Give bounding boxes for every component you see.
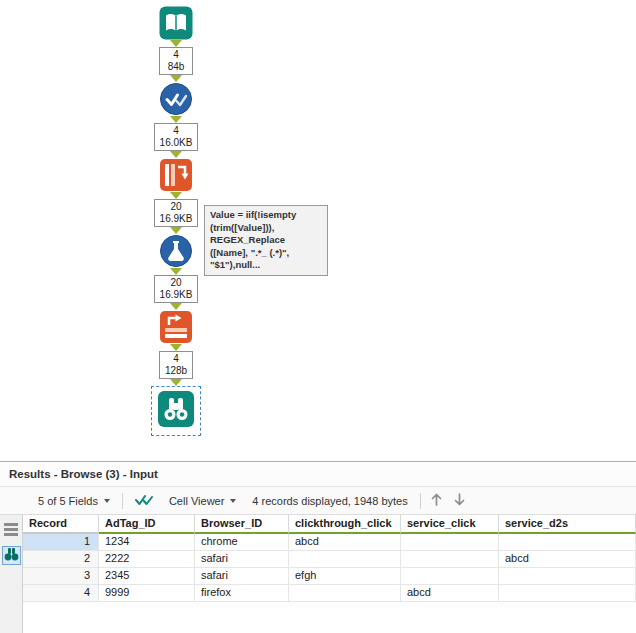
toolbar-separator bbox=[420, 493, 421, 509]
formula-tool[interactable] bbox=[159, 234, 193, 268]
scroll-up-button[interactable] bbox=[425, 492, 448, 509]
data-cell[interactable]: abcd bbox=[289, 534, 401, 551]
record-count: 4 bbox=[165, 49, 187, 61]
workflow-canvas[interactable]: 4 84b 4 16.0KB bbox=[0, 0, 636, 461]
data-cell[interactable] bbox=[499, 568, 636, 585]
formula-icon bbox=[159, 234, 193, 268]
input-data-tool[interactable] bbox=[159, 6, 193, 40]
data-cell[interactable] bbox=[401, 551, 499, 568]
browse-view-button[interactable] bbox=[2, 546, 21, 565]
data-cell[interactable] bbox=[289, 551, 401, 568]
profile-view-button[interactable] bbox=[2, 521, 21, 540]
record-number-cell[interactable]: 1 bbox=[23, 534, 99, 551]
results-body: Record AdTag_ID Browser_ID clickthrough_… bbox=[0, 515, 636, 633]
data-size: 128b bbox=[165, 365, 187, 377]
data-cell[interactable]: abcd bbox=[499, 551, 636, 568]
auto-field-icon bbox=[159, 82, 193, 116]
connection-arrow-icon bbox=[170, 344, 182, 351]
table-row: 2 2222 safari abcd bbox=[23, 551, 636, 568]
results-toolbar: 5 of 5 Fields Cell Viewer 4 records disp… bbox=[0, 487, 636, 515]
record-number-cell[interactable]: 3 bbox=[23, 568, 99, 585]
column-header-service-d2s[interactable]: service_d2s bbox=[499, 515, 636, 534]
transpose-tool[interactable] bbox=[159, 158, 193, 192]
table-row: 3 2345 safari efgh bbox=[23, 568, 636, 585]
data-cell[interactable]: firefox bbox=[195, 585, 289, 602]
record-number-cell[interactable]: 4 bbox=[23, 585, 99, 602]
records-displayed-text: 4 records displayed, 1948 bytes bbox=[244, 495, 415, 507]
record-number-cell[interactable]: 2 bbox=[23, 551, 99, 568]
input-data-icon bbox=[159, 6, 193, 40]
connection-annotation: 4 16.0KB bbox=[154, 123, 199, 151]
data-cell[interactable] bbox=[401, 534, 499, 551]
arrow-up-icon bbox=[430, 492, 443, 509]
apply-fields-button[interactable] bbox=[127, 490, 161, 512]
data-cell[interactable]: chrome bbox=[195, 534, 289, 551]
cell-viewer-dropdown[interactable]: Cell Viewer bbox=[161, 490, 244, 512]
chevron-down-icon bbox=[230, 499, 236, 503]
results-side-strip bbox=[0, 515, 23, 633]
connection-annotation: 20 16.9KB bbox=[154, 275, 199, 303]
connection-arrow-icon bbox=[170, 75, 182, 82]
grid-header-row: Record AdTag_ID Browser_ID clickthrough_… bbox=[23, 515, 636, 534]
toolbar-separator bbox=[122, 493, 123, 509]
results-title: Results - Browse (3) - Input bbox=[0, 462, 636, 487]
data-size: 84b bbox=[165, 61, 187, 73]
connection-arrow-icon bbox=[170, 227, 182, 234]
double-check-icon bbox=[135, 494, 153, 508]
connection-arrow-icon bbox=[170, 268, 182, 275]
connection-arrow-icon bbox=[170, 116, 182, 123]
column-header-record[interactable]: Record bbox=[23, 515, 99, 534]
record-count: 4 bbox=[165, 353, 187, 365]
fields-dropdown-label: 5 of 5 Fields bbox=[38, 495, 98, 507]
connection-annotation: 20 16.9KB bbox=[154, 199, 199, 227]
scroll-down-button[interactable] bbox=[448, 492, 471, 509]
transpose-icon bbox=[159, 158, 193, 192]
results-grid: Record AdTag_ID Browser_ID clickthrough_… bbox=[23, 515, 636, 633]
record-count: 20 bbox=[160, 277, 193, 289]
data-cell[interactable] bbox=[289, 585, 401, 602]
data-cell[interactable]: safari bbox=[195, 568, 289, 585]
connection-arrow-icon bbox=[170, 192, 182, 199]
column-header-clickthrough-click[interactable]: clickthrough_click bbox=[289, 515, 401, 534]
data-size: 16.9KB bbox=[160, 213, 193, 225]
fields-dropdown[interactable]: 5 of 5 Fields bbox=[30, 490, 118, 512]
data-cell[interactable] bbox=[499, 534, 636, 551]
connection-arrow-icon bbox=[170, 151, 182, 158]
record-count: 20 bbox=[160, 201, 193, 213]
data-cell[interactable] bbox=[499, 585, 636, 602]
binoculars-icon bbox=[4, 547, 19, 565]
data-cell[interactable]: efgh bbox=[289, 568, 401, 585]
connection-arrow-icon bbox=[170, 379, 182, 386]
formula-annotation-tooltip: Value = iif(!isempty (trim([Value])), RE… bbox=[204, 205, 328, 276]
cell-viewer-label: Cell Viewer bbox=[169, 495, 224, 507]
crosstab-icon bbox=[159, 310, 193, 344]
column-header-service-click[interactable]: service_click bbox=[401, 515, 499, 534]
data-cell[interactable] bbox=[401, 568, 499, 585]
table-row: 4 9999 firefox abcd bbox=[23, 585, 636, 602]
results-pane: Results - Browse (3) - Input 5 of 5 Fiel… bbox=[0, 461, 636, 633]
connection-arrow-icon bbox=[170, 40, 182, 47]
data-cell[interactable]: abcd bbox=[401, 585, 499, 602]
connection-arrow-icon bbox=[170, 303, 182, 310]
data-cell[interactable]: safari bbox=[195, 551, 289, 568]
data-size: 16.9KB bbox=[160, 289, 193, 301]
alteryx-designer-window: 4 84b 4 16.0KB bbox=[0, 0, 636, 633]
auto-field-tool[interactable] bbox=[159, 82, 193, 116]
crosstab-tool[interactable] bbox=[159, 310, 193, 344]
column-header-browser-id[interactable]: Browser_ID bbox=[195, 515, 289, 534]
chevron-down-icon bbox=[104, 499, 110, 503]
data-cell[interactable]: 2222 bbox=[99, 551, 195, 568]
data-cell[interactable]: 1234 bbox=[99, 534, 195, 551]
browse-icon bbox=[157, 390, 195, 432]
arrow-down-icon bbox=[453, 492, 466, 509]
data-cell[interactable]: 9999 bbox=[99, 585, 195, 602]
data-cell[interactable]: 2345 bbox=[99, 568, 195, 585]
list-rows-icon bbox=[4, 522, 18, 540]
connection-annotation: 4 84b bbox=[159, 47, 193, 75]
table-row: 1 1234 chrome abcd bbox=[23, 534, 636, 551]
connection-annotation: 4 128b bbox=[159, 351, 193, 379]
column-header-adtag-id[interactable]: AdTag_ID bbox=[99, 515, 195, 534]
data-size: 16.0KB bbox=[160, 137, 193, 149]
record-count: 4 bbox=[160, 125, 193, 137]
browse-tool-selection[interactable] bbox=[151, 386, 201, 436]
